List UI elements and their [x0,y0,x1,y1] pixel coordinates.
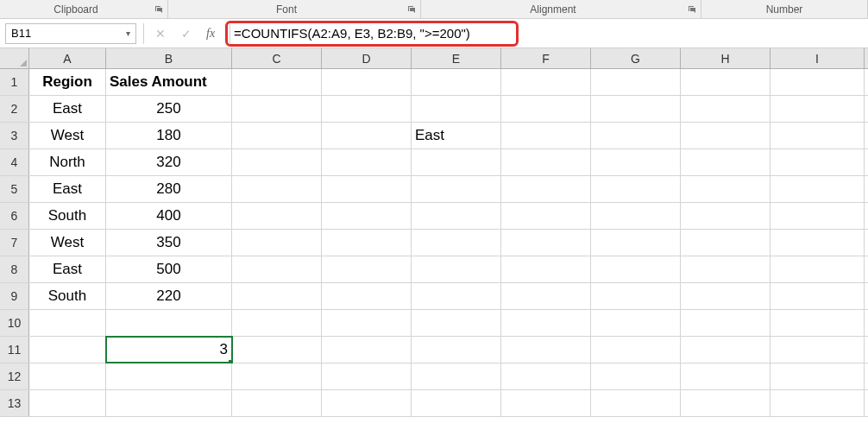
cell-A1[interactable]: Region [29,69,106,95]
cell-C2[interactable] [232,96,322,122]
cell-B9[interactable]: 220 [106,283,232,309]
cell-C13[interactable] [232,390,322,416]
chevron-down-icon[interactable]: ▾ [122,28,134,38]
cell-C3[interactable] [232,123,322,148]
cell-D11[interactable] [322,337,412,363]
cell-A4[interactable]: North [29,149,106,175]
cell-F2[interactable] [501,96,591,122]
cell-E4[interactable] [412,149,501,175]
cell-B12[interactable] [106,363,232,389]
cell-G2[interactable] [591,96,681,122]
cell-A2[interactable]: East [29,96,106,122]
col-header-G[interactable]: G [591,48,681,68]
cell-G5[interactable] [591,176,681,202]
cell-I4[interactable] [771,149,865,175]
cell-D12[interactable] [322,363,412,389]
cell-B6[interactable]: 400 [106,203,232,229]
cell-F7[interactable] [501,230,591,256]
cell-I6[interactable] [771,203,865,229]
cell-C4[interactable] [232,149,322,175]
cell-G1[interactable] [591,69,681,95]
cell-H13[interactable] [681,390,771,416]
cell-E3[interactable]: East [412,123,501,148]
cell-H10[interactable] [681,310,771,336]
row-header-12[interactable]: 12 [0,363,29,389]
col-header-D[interactable]: D [322,48,412,68]
cell-B4[interactable]: 320 [106,149,232,175]
cell-I5[interactable] [771,176,865,202]
dialog-launcher-icon[interactable] [685,3,699,16]
cell-E12[interactable] [412,363,501,389]
cell-G13[interactable] [591,390,681,416]
cell-B7[interactable]: 350 [106,230,232,256]
col-header-F[interactable]: F [501,48,591,68]
cell-F3[interactable] [501,123,591,148]
cell-A10[interactable] [29,310,106,336]
cell-A6[interactable]: South [29,203,106,229]
cell-E6[interactable] [412,203,501,229]
cell-I12[interactable] [771,363,865,389]
cell-H3[interactable] [681,123,771,148]
col-header-C[interactable]: C [232,48,322,68]
cell-I10[interactable] [771,310,865,336]
cell-F4[interactable] [501,149,591,175]
row-header-9[interactable]: 9 [0,283,29,309]
fx-icon[interactable]: fx [206,27,215,41]
cell-G8[interactable] [591,256,681,282]
cell-E8[interactable] [412,256,501,282]
cell-C11[interactable] [232,337,322,363]
row-header-2[interactable]: 2 [0,96,29,122]
cell-H7[interactable] [681,230,771,256]
cell-C8[interactable] [232,256,322,282]
cell-B11[interactable]: 3 [106,337,232,363]
row-header-6[interactable]: 6 [0,203,29,229]
cell-D8[interactable] [322,256,412,282]
spreadsheet-grid[interactable]: A B C D E F G H I 1 Region Sales Amount … [0,48,868,417]
cell-H5[interactable] [681,176,771,202]
cell-B2[interactable]: 250 [106,96,232,122]
cell-F11[interactable] [501,337,591,363]
cell-H12[interactable] [681,363,771,389]
cell-A3[interactable]: West [29,123,106,148]
cell-B1[interactable]: Sales Amount [106,69,232,95]
dialog-launcher-icon[interactable] [152,3,166,16]
cell-D13[interactable] [322,390,412,416]
row-header-7[interactable]: 7 [0,230,29,256]
cell-E2[interactable] [412,96,501,122]
row-header-13[interactable]: 13 [0,390,29,416]
cell-D3[interactable] [322,123,412,148]
select-all-triangle[interactable] [0,48,29,68]
cell-G6[interactable] [591,203,681,229]
cell-I11[interactable] [771,337,865,363]
cell-A12[interactable] [29,363,106,389]
cell-E13[interactable] [412,390,501,416]
cell-D2[interactable] [322,96,412,122]
cell-H9[interactable] [681,283,771,309]
cell-H11[interactable] [681,337,771,363]
cell-C7[interactable] [232,230,322,256]
cell-C5[interactable] [232,176,322,202]
row-header-3[interactable]: 3 [0,123,29,148]
cell-I7[interactable] [771,230,865,256]
cell-G10[interactable] [591,310,681,336]
cell-H8[interactable] [681,256,771,282]
cell-I3[interactable] [771,123,865,148]
cell-D4[interactable] [322,149,412,175]
col-header-B[interactable]: B [106,48,232,68]
cell-C6[interactable] [232,203,322,229]
cell-B5[interactable]: 280 [106,176,232,202]
cell-B13[interactable] [106,390,232,416]
cell-G9[interactable] [591,283,681,309]
cell-E5[interactable] [412,176,501,202]
cell-E1[interactable] [412,69,501,95]
cell-H1[interactable] [681,69,771,95]
cell-G3[interactable] [591,123,681,148]
row-header-10[interactable]: 10 [0,310,29,336]
col-header-I[interactable]: I [771,48,865,68]
cell-A5[interactable]: East [29,176,106,202]
cell-A8[interactable]: East [29,256,106,282]
cell-E9[interactable] [412,283,501,309]
cell-A9[interactable]: South [29,283,106,309]
cell-C10[interactable] [232,310,322,336]
cell-C9[interactable] [232,283,322,309]
